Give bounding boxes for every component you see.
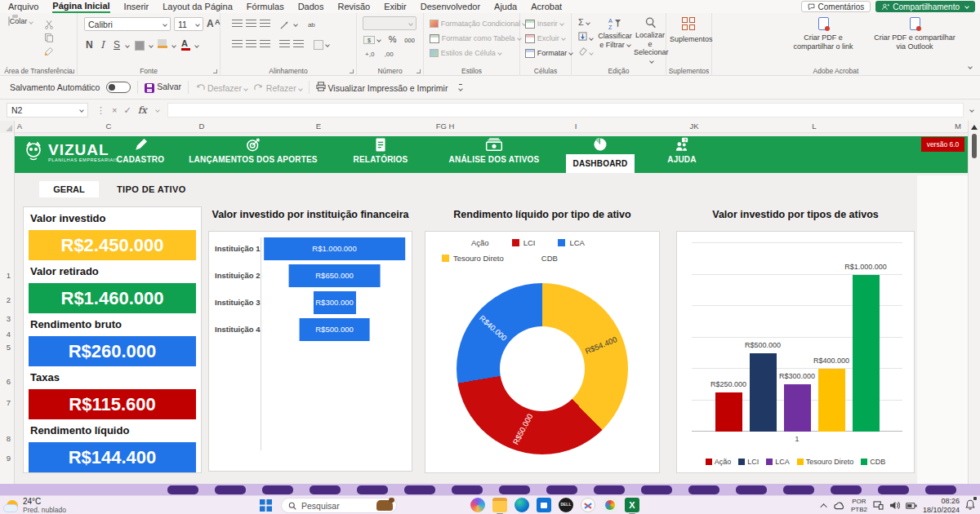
file-explorer-icon[interactable] — [492, 498, 507, 512]
align-center-icon[interactable] — [246, 40, 256, 47]
redo-button[interactable]: Refazer — [254, 82, 302, 93]
start-button[interactable] — [260, 499, 272, 514]
sheet-tab[interactable] — [736, 485, 767, 494]
grow-font-icon[interactable]: A — [207, 18, 214, 29]
insert-cells-button[interactable]: Inserir — [525, 19, 564, 29]
vertical-scrollbar[interactable] — [968, 121, 980, 484]
tab-pagina-inicial[interactable]: Página Inicial — [52, 1, 109, 13]
chevron-down-icon[interactable] — [149, 43, 154, 48]
sheet-tab[interactable] — [688, 485, 719, 494]
snipping-tool-icon[interactable] — [581, 498, 595, 512]
clock[interactable]: 08:26 18/10/2024 — [923, 497, 960, 514]
tab-ajuda[interactable]: Ajuda — [494, 2, 517, 11]
excel-app-icon[interactable]: X — [625, 498, 639, 512]
row-header[interactable]: 5 — [7, 343, 11, 352]
tab-formulas[interactable]: Fórmulas — [247, 2, 284, 11]
row-header[interactable]: 9 — [7, 454, 11, 463]
delete-cells-button[interactable]: Excluir — [525, 33, 565, 43]
copy-button[interactable] — [44, 33, 54, 44]
microsoft-store-icon[interactable] — [537, 498, 551, 512]
row-header[interactable]: 7 — [7, 398, 11, 407]
sort-filter-button[interactable]: AZ Classificare Filtrar — [598, 16, 632, 49]
view-tab-tipo-de-ativo[interactable]: TIPO DE ATIVO — [117, 181, 186, 197]
select-all-corner[interactable] — [0, 121, 15, 133]
battery-icon[interactable] — [906, 502, 917, 510]
formula-input[interactable] — [167, 103, 964, 117]
sheet-tab[interactable] — [262, 485, 293, 494]
chevron-down-icon[interactable] — [194, 43, 199, 48]
decrease-indent-icon[interactable] — [279, 40, 290, 47]
autosave-toggle[interactable] — [106, 82, 131, 93]
chevron-down-icon[interactable] — [376, 38, 381, 43]
weather-widget[interactable]: 24°C Pred. nublado — [7, 497, 66, 514]
network-icon[interactable] — [873, 501, 884, 510]
format-as-table-button[interactable]: Formatar como Tabela — [430, 33, 521, 43]
column-header[interactable]: JK — [689, 122, 698, 131]
funnel-chart[interactable]: Instituição 1Instituição 2Instituição 3I… — [208, 231, 412, 472]
scroll-up-icon[interactable] — [971, 125, 978, 130]
cut-button[interactable] — [44, 20, 54, 31]
clear-button[interactable] — [578, 47, 593, 57]
edge-browser-icon[interactable] — [514, 498, 529, 512]
dialog-launcher-icon[interactable] — [70, 69, 74, 73]
cell-styles-button[interactable]: Estilos de Célula — [430, 48, 501, 57]
notifications-bell-icon[interactable] — [965, 498, 975, 513]
menu-lancamentos[interactable]: LANÇAMENTOS DOS APORTES — [176, 137, 331, 164]
shrink-font-icon[interactable]: A — [215, 18, 220, 26]
fill-button[interactable] — [578, 32, 593, 42]
merge-center-icon[interactable] — [314, 40, 323, 50]
tab-exibir[interactable]: Exibir — [384, 2, 407, 11]
underline-icon[interactable]: S — [114, 39, 120, 51]
sheet-tab[interactable] — [357, 485, 388, 494]
print-preview-button[interactable]: Visualizar Impressão e Imprimir — [316, 82, 448, 93]
sheet-tab[interactable] — [499, 485, 530, 494]
comments-button[interactable]: Comentários — [801, 1, 871, 12]
tab-desenvolvedor[interactable]: Desenvolvedor — [421, 2, 480, 11]
sheet-tab[interactable] — [594, 485, 625, 494]
accounting-format-icon[interactable]: $ — [363, 36, 375, 44]
align-left-icon[interactable] — [232, 40, 243, 47]
undo-button[interactable]: Desfazer — [195, 82, 247, 93]
autosum-button[interactable]: Σ — [578, 17, 590, 27]
customize-qat-icon[interactable] — [459, 84, 462, 91]
format-cells-button[interactable]: Formatar — [525, 48, 572, 58]
chevron-down-icon[interactable] — [325, 43, 330, 48]
volume-icon[interactable] — [889, 501, 900, 510]
row-header[interactable]: 3 — [7, 314, 11, 323]
menu-cadastro[interactable]: CADASTRO — [91, 137, 189, 164]
row-header[interactable]: 2 — [7, 295, 11, 304]
align-middle-icon[interactable] — [246, 20, 256, 27]
insert-function-icon[interactable]: fx — [138, 104, 147, 116]
sheet-tab[interactable] — [925, 485, 956, 494]
column-header[interactable]: I — [575, 122, 577, 131]
sheet-tab[interactable] — [215, 485, 246, 494]
sheet-tab[interactable] — [167, 485, 198, 494]
orientation-icon[interactable] — [279, 20, 290, 29]
more-options-icon[interactable]: ⋮ — [96, 105, 105, 116]
donut-chart[interactable]: AçãoLCILCA Tesouro DiretoCDB R$54.400R$5… — [425, 231, 660, 473]
increase-decimal-icon[interactable]: +,0 — [365, 51, 374, 58]
find-select-button[interactable]: Localizar eSelecionar — [634, 16, 666, 65]
tab-inserir[interactable]: Inserir — [124, 2, 149, 11]
cancel-icon[interactable]: × — [112, 105, 117, 115]
menu-ajuda[interactable]: ? AJUDA — [645, 137, 719, 164]
wrap-text-icon[interactable]: ab — [308, 21, 315, 29]
copilot-icon[interactable] — [470, 498, 485, 512]
bold-icon[interactable]: N — [86, 39, 93, 51]
tab-layout[interactable]: Layout da Página — [163, 2, 233, 11]
decrease-decimal-icon[interactable]: ,00 — [385, 51, 394, 58]
borders-icon[interactable] — [135, 41, 145, 51]
conditional-formatting-button[interactable]: Formatação Condicional — [430, 19, 526, 28]
chevron-down-icon[interactable] — [293, 23, 298, 28]
view-tab-geral[interactable]: GERAL — [39, 181, 99, 197]
column-header[interactable]: FG H — [436, 122, 455, 131]
save-button[interactable]: Salvar — [145, 82, 181, 92]
column-header[interactable]: M — [955, 122, 961, 131]
increase-indent-icon[interactable] — [293, 40, 304, 47]
format-painter-button[interactable] — [44, 47, 54, 58]
share-button[interactable]: Compartilhamento — [875, 1, 975, 12]
align-right-icon[interactable] — [260, 40, 270, 47]
create-pdf-link-button[interactable]: Criar PDF ecompartilhar o link — [777, 17, 869, 51]
column-header[interactable]: A — [17, 122, 22, 131]
number-format-select[interactable] — [363, 16, 416, 30]
